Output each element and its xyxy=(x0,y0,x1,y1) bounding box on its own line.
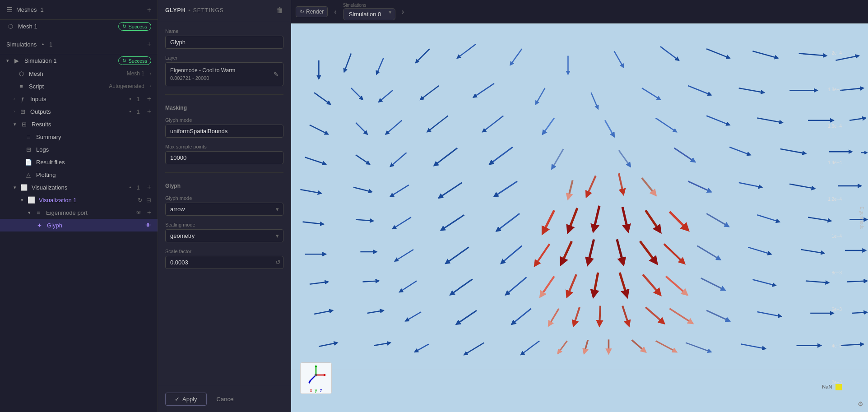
sidebar-item-mesh1[interactable]: ⬡ Mesh 1 ↻Success xyxy=(0,20,158,33)
glyph-mode-group: Glyph mode arrow 2d arrow sphere cone xyxy=(165,195,283,216)
simulations-label: Simulations xyxy=(6,41,37,48)
apply-label: Apply xyxy=(182,396,197,403)
apply-check-icon: ✓ xyxy=(175,396,180,403)
max-sample-input[interactable] xyxy=(165,151,283,164)
simulations-selector-label: Simulations xyxy=(343,3,395,8)
sidebar-item-script[interactable]: ≡ Script Autogenerated › xyxy=(0,80,158,93)
axis-svg xyxy=(305,364,327,386)
scale-factor-group: Scale factor ↺ xyxy=(165,249,283,269)
glyph-icon: ✦ xyxy=(37,222,42,229)
simulations-count: 1 xyxy=(49,41,52,48)
eigenmode-port-label: Eigenmode port xyxy=(46,209,132,216)
sidebar-item-glyph[interactable]: ✦ Glyph 👁 xyxy=(0,219,158,231)
simulation1-status-badge: ↻Success xyxy=(118,56,151,65)
sidebar-item-logs[interactable]: ⊟ Logs xyxy=(0,143,158,156)
svg-line-115 xyxy=(599,306,600,326)
sidebar-item-simulation1[interactable]: ▾ ▶ Simulation 1 ↻Success xyxy=(0,54,158,67)
summary-icon: ≡ xyxy=(27,134,30,140)
glyph-eye-button[interactable]: 👁 xyxy=(145,222,151,229)
nav-left-button[interactable]: ‹ xyxy=(331,6,339,18)
glyph-mode-select-wrap: arrow 2d arrow sphere cone xyxy=(165,203,283,216)
sidebar-item-visualizations[interactable]: ▾ ⬜ Visualizations • 1 + xyxy=(0,181,158,194)
sidebar-item-result-files[interactable]: 📄 Result files xyxy=(0,156,158,168)
add-mesh-button[interactable]: + xyxy=(147,6,151,14)
divider1 xyxy=(165,94,283,95)
layer-field-group: Layer Eigenmode - Cool to Warm 0.002721 … xyxy=(165,55,283,86)
scale-label-1p6e4: 1.6e+4 xyxy=(828,124,842,129)
add-simulation-button[interactable]: + xyxy=(147,40,151,48)
vis1-sync-button[interactable]: ↻ xyxy=(138,197,143,204)
glyph-mode-label: Glyph mode xyxy=(165,195,283,201)
simulation1-label: Simulation 1 xyxy=(24,57,115,64)
menu-icon[interactable]: ☰ xyxy=(6,5,13,14)
script-label: Script xyxy=(29,83,105,90)
sidebar-item-mesh-ref[interactable]: ⬡ Mesh Mesh 1 › xyxy=(0,67,158,80)
x-label: x xyxy=(310,388,312,393)
sidebar-item-visualization1[interactable]: ▾ ⬜ Visualization 1 ↻ ⊟ xyxy=(0,194,158,206)
meshes-label: Meshes xyxy=(16,6,37,13)
cancel-button[interactable]: Cancel xyxy=(211,393,240,406)
simulations-sep: • xyxy=(40,41,46,48)
simulation-select[interactable]: Simulation 0 Simulation 1 xyxy=(343,8,395,20)
scale-factor-input-wrap: ↺ xyxy=(165,256,283,269)
outputs-sep: • xyxy=(129,108,133,115)
sidebar-item-eigenmode-port[interactable]: ▾ ≡ Eigenmode port 👁 + xyxy=(0,206,158,219)
eigenmode-eye-button[interactable]: 👁 xyxy=(136,209,142,216)
mesh-ref-icon: ⬡ xyxy=(19,70,24,77)
scaling-mode-select[interactable]: geometry scalar vector xyxy=(165,229,283,242)
nav-right-button[interactable]: › xyxy=(399,6,407,18)
add-port-button[interactable]: + xyxy=(147,208,151,217)
scale-factor-input[interactable] xyxy=(165,256,283,269)
glyph-mode-masking-input[interactable] xyxy=(165,125,283,138)
sidebar-item-summary[interactable]: ≡ Summary xyxy=(0,130,158,143)
scale-label-2e4: 2e+4 xyxy=(831,51,842,56)
inputs-label: Inputs xyxy=(30,96,125,102)
axis-indicator: x y z xyxy=(300,362,332,394)
sidebar-item-plotting[interactable]: △ Plotting xyxy=(0,168,158,181)
scaling-mode-group: Scaling mode geometry scalar vector xyxy=(165,222,283,242)
layer-text: Eigenmode - Cool to Warm 0.002721 - 2000… xyxy=(170,66,235,82)
layer-value: Eigenmode - Cool to Warm xyxy=(170,66,235,74)
scale-factor-reset-button[interactable]: ↺ xyxy=(275,259,281,266)
glyph-mode-select[interactable]: arrow 2d arrow sphere cone xyxy=(165,203,283,216)
color-scale-title: Eigenmode xyxy=(859,206,864,229)
cancel-label: Cancel xyxy=(217,396,235,403)
settings-title: GLYPH • SETTINGS xyxy=(165,7,224,14)
sim-chevron-down[interactable]: ▾ xyxy=(6,58,9,64)
vis1-filter-button[interactable]: ⊟ xyxy=(146,197,151,204)
render-viewport[interactable]: ⊞ ⬛ ⬜ ⁙ ⊞ ⊟ 👁 👁 🚫 ⊞ ⚙ xyxy=(291,23,868,412)
render-refresh-icon: ↻ xyxy=(300,9,304,15)
vis-sep: • xyxy=(129,184,133,191)
add-output-button[interactable]: + xyxy=(147,107,151,116)
settings-delete-button[interactable]: 🗑 xyxy=(276,6,283,14)
corner-settings-icon[interactable]: ⚙ xyxy=(858,400,863,407)
max-sample-label: Max sample points xyxy=(165,144,283,149)
layer-value-box[interactable]: Eigenmode - Cool to Warm 0.002721 - 2000… xyxy=(165,62,283,86)
mesh1-status-badge: ↻Success xyxy=(118,22,151,31)
summary-label: Summary xyxy=(36,134,151,140)
sidebar-item-outputs[interactable]: › ⊟ Outputs • 1 + xyxy=(0,105,158,118)
scale-label-1p4e4: 1.4e+4 xyxy=(828,160,842,165)
apply-button[interactable]: ✓ Apply xyxy=(165,393,207,406)
sidebar-item-inputs[interactable]: › ƒ Inputs • 1 + xyxy=(0,93,158,105)
settings-header: GLYPH • SETTINGS 🗑 xyxy=(158,0,291,21)
render-button[interactable]: ↻ Render xyxy=(296,6,328,17)
add-input-button[interactable]: + xyxy=(147,95,151,103)
script-chevron: › xyxy=(150,84,151,88)
name-input[interactable] xyxy=(165,36,283,49)
z-label: z xyxy=(320,388,322,393)
meshes-count: 1 xyxy=(41,6,44,13)
render-area: ↻ Render ‹ Simulations Simulation 0 Simu… xyxy=(291,0,868,412)
layer-edit-icon[interactable]: ✎ xyxy=(274,71,279,78)
header-settings: SETTINGS xyxy=(193,7,224,14)
mesh1-label: Mesh 1 xyxy=(18,23,115,30)
masking-heading: Masking xyxy=(165,103,283,111)
y-label: y xyxy=(315,388,317,393)
visualizations-label: Visualizations xyxy=(32,184,125,191)
axis-labels: x y z xyxy=(310,388,322,393)
mesh-ref-label: Mesh xyxy=(29,70,123,77)
vis-chevron: ▾ xyxy=(14,185,16,190)
sidebar-item-results[interactable]: ▾ ⊞ Results xyxy=(0,118,158,130)
add-vis-button[interactable]: + xyxy=(147,183,151,191)
svg-point-143 xyxy=(315,374,317,376)
